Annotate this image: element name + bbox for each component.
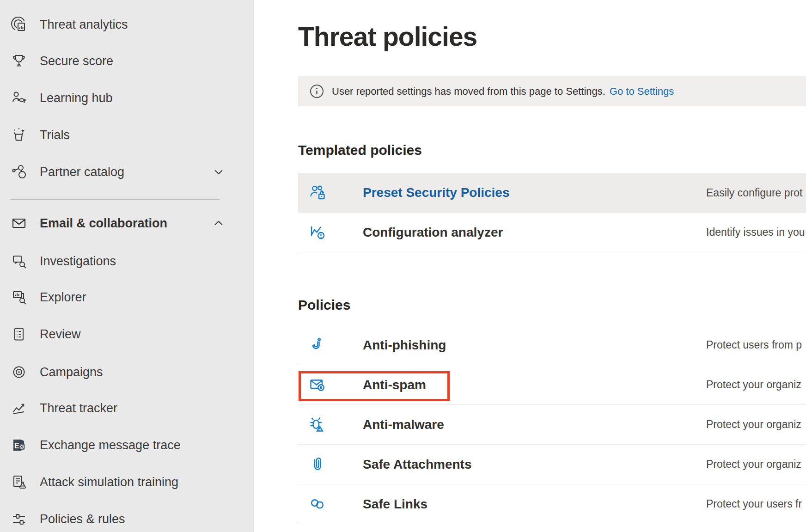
sidebar-item-investigations[interactable]: Investigations [0, 248, 254, 275]
row-label[interactable]: Safe Attachments [363, 457, 471, 472]
partner-catalog-icon [10, 163, 28, 181]
safe-links-icon [307, 494, 328, 514]
row-label[interactable]: Configuration analyzer [363, 225, 503, 240]
row-description: Protect your organiz [706, 418, 806, 431]
info-banner: User reported settings has moved from th… [298, 76, 806, 106]
sidebar-item-label: Policies & rules [40, 512, 125, 526]
threat-tracker-icon [10, 399, 28, 417]
anti-spam-icon [307, 375, 328, 395]
sidebar-item-partner-catalog[interactable]: Partner catalog [0, 159, 254, 185]
sidebar-item-label: Threat analytics [40, 18, 128, 32]
row-label[interactable]: Anti-phishing [363, 338, 446, 353]
sidebar-item-policies-rules[interactable]: Policies & rules [0, 506, 254, 532]
secure-score-icon [10, 52, 28, 70]
trials-icon [10, 126, 28, 144]
row-description: Protect your organiz [706, 379, 806, 391]
sidebar-item-label: Exchange message trace [40, 438, 181, 453]
policies-rules-icon [10, 510, 28, 528]
anti-phishing-icon [307, 335, 328, 355]
sidebar-item-attack-simulation-training[interactable]: Attack simulation training [0, 469, 254, 495]
sidebar-item-explorer[interactable]: Explorer [0, 284, 254, 311]
info-icon [310, 84, 324, 98]
row-anti-malware[interactable]: Anti-malware Protect your organiz [298, 405, 806, 445]
safe-attachments-icon [307, 454, 328, 475]
exchange-message-trace-icon: E [10, 436, 28, 454]
svg-text:E: E [14, 442, 19, 450]
sidebar-item-label: Review [40, 327, 81, 342]
sidebar-item-email-collaboration[interactable]: Email & collaboration [0, 210, 254, 237]
row-safe-attachments[interactable]: Safe Attachments Protect your organiz [298, 445, 806, 484]
investigations-icon [10, 252, 28, 270]
sidebar: Threat analytics Secure score Learning h… [0, 0, 254, 532]
sidebar-item-secure-score[interactable]: Secure score [0, 48, 254, 74]
row-anti-phishing[interactable]: Anti-phishing Protect users from p [298, 325, 806, 365]
row-anti-spam[interactable]: Anti-spam Protect your organiz [298, 365, 806, 405]
sidebar-item-label: Trials [40, 128, 70, 142]
row-description: Protect users from p [706, 339, 806, 351]
banner-text: User reported settings has moved from th… [332, 86, 605, 98]
configuration-analyzer-icon [307, 222, 328, 243]
row-label[interactable]: Preset Security Policies [363, 185, 510, 200]
page-title: Threat policies [298, 21, 477, 52]
row-configuration-analyzer[interactable]: Configuration analyzer Identify issues i… [298, 213, 806, 252]
sidebar-item-label: Secure score [40, 54, 113, 68]
sidebar-item-label: Attack simulation training [40, 475, 178, 489]
templated-policies-heading: Templated policies [298, 141, 422, 160]
campaigns-icon [10, 363, 28, 381]
row-label[interactable]: Anti-spam [363, 378, 426, 392]
sidebar-item-threat-tracker[interactable]: Threat tracker [0, 395, 254, 422]
sidebar-item-label: Campaigns [40, 365, 103, 379]
sidebar-item-label: Partner catalog [40, 165, 124, 179]
go-to-settings-link[interactable]: Go to Settings [610, 86, 674, 98]
sidebar-item-learning-hub[interactable]: Learning hub [0, 85, 254, 111]
row-description: Identify issues in you [706, 226, 806, 238]
sidebar-item-exchange-message-trace[interactable]: E Exchange message trace [0, 432, 254, 459]
sidebar-item-label: Threat tracker [40, 401, 117, 416]
sidebar-item-trials[interactable]: Trials [0, 122, 254, 148]
row-label[interactable]: Safe Links [363, 497, 427, 512]
learning-hub-icon [10, 89, 28, 107]
row-description: Protect your organiz [706, 458, 806, 471]
sidebar-item-label: Email & collaboration [40, 216, 167, 231]
sidebar-item-threat-analytics[interactable]: Threat analytics [0, 11, 254, 38]
chevron-down-icon[interactable] [213, 166, 225, 178]
explorer-icon [10, 288, 28, 306]
sidebar-item-campaigns[interactable]: Campaigns [0, 359, 254, 385]
anti-malware-icon [307, 415, 328, 435]
email-collaboration-icon [10, 214, 28, 232]
row-safe-links[interactable]: Safe Links Protect your users fr [298, 484, 806, 524]
chevron-up-icon[interactable] [213, 217, 225, 229]
policies-heading: Policies [298, 295, 350, 315]
row-description: Easily configure prot [706, 187, 806, 199]
sidebar-item-label: Learning hub [40, 91, 113, 105]
sidebar-divider [10, 199, 220, 200]
row-label[interactable]: Anti-malware [363, 417, 444, 432]
row-preset-security-policies[interactable]: Preset Security Policies Easily configur… [298, 173, 806, 213]
attack-simulation-training-icon [10, 473, 28, 491]
sidebar-item-review[interactable]: Review [0, 321, 254, 348]
threat-analytics-icon [10, 16, 28, 33]
review-icon [10, 325, 28, 343]
row-description: Protect your users fr [706, 498, 806, 510]
sidebar-item-label: Investigations [40, 254, 116, 269]
preset-security-policies-icon [307, 183, 328, 203]
sidebar-item-label: Explorer [40, 290, 86, 305]
threat-policies-page: { "sidebar": { "items": [ {"label": "Thr… [0, 0, 806, 532]
